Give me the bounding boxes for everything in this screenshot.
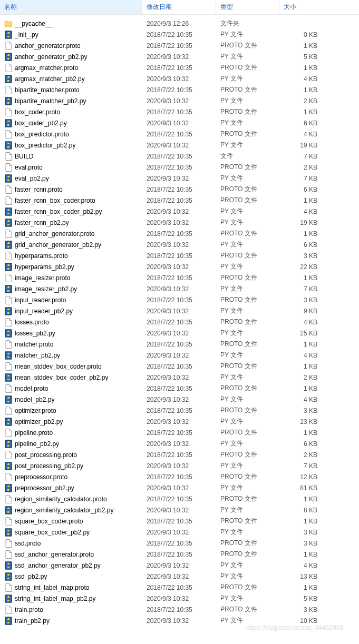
table-row[interactable]: eval.proto2018/7/22 10:35PROTO 文件2 KB xyxy=(0,162,359,173)
table-row[interactable]: losses_pb2.py2020/9/3 10:32PY 文件25 KB xyxy=(0,328,359,339)
file-name-cell[interactable]: faster_rcnn_box_coder_pb2.py xyxy=(0,207,142,216)
file-name-cell[interactable]: matcher_pb2.py xyxy=(0,351,142,360)
file-name-cell[interactable]: anchor_generator_pb2.py xyxy=(0,53,142,61)
table-row[interactable]: post_processing.proto2018/7/22 10:35PROT… xyxy=(0,449,359,460)
file-name-cell[interactable]: faster_rcnn.proto xyxy=(0,185,142,194)
table-row[interactable]: hyperparams_pb2.py2020/9/3 10:32PY 文件22 … xyxy=(0,261,359,272)
table-row[interactable]: hyperparams.proto2018/7/22 10:35PROTO 文件… xyxy=(0,250,359,261)
file-name-cell[interactable]: box_predictor.proto xyxy=(0,130,142,138)
table-row[interactable]: image_resizer_pb2.py2020/9/3 10:32PY 文件7… xyxy=(0,283,359,294)
column-header-type[interactable]: 类型 xyxy=(216,0,279,14)
table-row[interactable]: pipeline_pb2.py2020/9/3 10:32PY 文件6 KB xyxy=(0,438,359,449)
table-row[interactable]: ssd_anchor_generator_pb2.py2020/9/3 10:3… xyxy=(0,560,359,571)
table-row[interactable]: optimizer_pb2.py2020/9/3 10:32PY 文件23 KB xyxy=(0,416,359,427)
table-row[interactable]: region_similarity_calculator.proto2018/7… xyxy=(0,493,359,504)
table-row[interactable]: input_reader_pb2.py2020/9/3 10:32PY 文件9 … xyxy=(0,305,359,316)
file-name-cell[interactable]: argmax_matcher.proto xyxy=(0,64,142,72)
file-name-cell[interactable]: matcher.proto xyxy=(0,340,142,349)
file-name-cell[interactable]: string_int_label_map.proto xyxy=(0,583,142,592)
table-row[interactable]: faster_rcnn_box_coder.proto2018/7/22 10:… xyxy=(0,195,359,206)
file-name-cell[interactable]: model.proto xyxy=(0,384,142,393)
table-row[interactable]: grid_anchor_generator.proto2018/7/22 10:… xyxy=(0,228,359,239)
file-name-cell[interactable]: mean_stddev_box_coder_pb2.py xyxy=(0,373,142,382)
table-row[interactable]: string_int_label_map.proto2018/7/22 10:3… xyxy=(0,582,359,593)
file-name-cell[interactable]: region_similarity_calculator_pb2.py xyxy=(0,506,142,514)
file-name-cell[interactable]: argmax_matcher_pb2.py xyxy=(0,75,142,83)
file-name-cell[interactable]: region_similarity_calculator.proto xyxy=(0,495,142,503)
table-row[interactable]: ssd.proto2018/7/22 10:35PROTO 文件3 KB xyxy=(0,538,359,549)
file-name-cell[interactable]: ssd.proto xyxy=(0,539,142,548)
file-name-cell[interactable]: image_resizer_pb2.py xyxy=(0,285,142,293)
table-row[interactable]: eval_pb2.py2020/9/3 10:32PY 文件7 KB xyxy=(0,173,359,184)
table-row[interactable]: image_resizer.proto2018/7/22 10:35PROTO … xyxy=(0,272,359,283)
table-row[interactable]: optimizer.proto2018/7/22 10:35PROTO 文件3 … xyxy=(0,405,359,416)
file-name-cell[interactable]: eval_pb2.py xyxy=(0,174,142,183)
table-row[interactable]: __pycache__2020/9/3 12:26文件夹 xyxy=(0,18,359,29)
file-name-cell[interactable]: hyperparams_pb2.py xyxy=(0,263,142,271)
table-row[interactable]: faster_rcnn_pb2.py2020/9/3 10:32PY 文件19 … xyxy=(0,217,359,228)
file-name-cell[interactable]: mean_stddev_box_coder.proto xyxy=(0,362,142,371)
table-row[interactable]: matcher_pb2.py2020/9/3 10:32PY 文件4 KB xyxy=(0,350,359,361)
file-name-cell[interactable]: losses.proto xyxy=(0,318,142,326)
table-row[interactable]: ssd_anchor_generator.proto2018/7/22 10:3… xyxy=(0,549,359,560)
file-name-cell[interactable]: input_reader.proto xyxy=(0,296,142,304)
file-name-cell[interactable]: preprocessor_pb2.py xyxy=(0,484,142,492)
file-name-cell[interactable]: optimizer_pb2.py xyxy=(0,418,142,426)
file-name-cell[interactable]: hyperparams.proto xyxy=(0,252,142,260)
table-row[interactable]: losses.proto2018/7/22 10:35PROTO 文件4 KB xyxy=(0,316,359,328)
file-name-cell[interactable]: post_processing_pb2.py xyxy=(0,462,142,470)
column-header-size[interactable]: 大小 xyxy=(279,0,322,14)
table-row[interactable]: _init_.py2018/7/22 10:35PY 文件0 KB xyxy=(0,29,359,40)
column-header-date[interactable]: 修改日期 xyxy=(142,0,216,14)
table-row[interactable]: train.proto2018/7/22 10:35PROTO 文件3 KB xyxy=(0,604,359,615)
table-row[interactable]: box_coder_pb2.py2020/9/3 10:32PY 文件6 KB xyxy=(0,117,359,128)
file-name-cell[interactable]: anchor_generator.proto xyxy=(0,42,142,50)
table-row[interactable]: mean_stddev_box_coder.proto2018/7/22 10:… xyxy=(0,361,359,372)
file-name-cell[interactable]: grid_anchor_generator_pb2.py xyxy=(0,241,142,249)
table-row[interactable]: pipeline.proto2018/7/22 10:35PROTO 文件1 K… xyxy=(0,427,359,438)
table-row[interactable]: box_coder.proto2018/7/22 10:35PROTO 文件1 … xyxy=(0,106,359,117)
table-row[interactable]: box_predictor.proto2018/7/22 10:35PROTO … xyxy=(0,128,359,140)
table-row[interactable]: anchor_generator.proto2018/7/22 10:35PRO… xyxy=(0,40,359,51)
file-name-cell[interactable]: BUILD xyxy=(0,152,142,161)
table-row[interactable]: matcher.proto2018/7/22 10:35PROTO 文件1 KB xyxy=(0,339,359,350)
table-row[interactable]: BUILD2018/7/22 10:35文件7 KB xyxy=(0,151,359,162)
file-name-cell[interactable]: preprocessor.proto xyxy=(0,473,142,481)
table-row[interactable]: grid_anchor_generator_pb2.py2020/9/3 10:… xyxy=(0,239,359,250)
table-row[interactable]: square_box_coder.proto2018/7/22 10:35PRO… xyxy=(0,516,359,527)
table-row[interactable]: box_predictor_pb2.py2020/9/3 10:32PY 文件1… xyxy=(0,140,359,151)
file-name-cell[interactable]: input_reader_pb2.py xyxy=(0,307,142,315)
file-name-cell[interactable]: faster_rcnn_pb2.py xyxy=(0,219,142,227)
file-name-cell[interactable]: bipartite_matcher_pb2.py xyxy=(0,97,142,105)
table-row[interactable]: preprocessor.proto2018/7/22 10:35PROTO 文… xyxy=(0,471,359,482)
table-row[interactable]: bipartite_matcher.proto2018/7/22 10:35PR… xyxy=(0,84,359,95)
file-name-cell[interactable]: pipeline.proto xyxy=(0,429,142,437)
file-name-cell[interactable]: box_coder.proto xyxy=(0,108,142,116)
file-name-cell[interactable]: bipartite_matcher.proto xyxy=(0,86,142,94)
file-name-cell[interactable]: eval.proto xyxy=(0,163,142,172)
table-row[interactable]: bipartite_matcher_pb2.py2020/9/3 10:32PY… xyxy=(0,95,359,106)
table-row[interactable]: string_int_label_map_pb2.py2020/9/3 10:3… xyxy=(0,593,359,604)
column-header-name[interactable]: 名称 xyxy=(0,0,142,14)
file-name-cell[interactable]: losses_pb2.py xyxy=(0,329,142,338)
file-name-cell[interactable]: post_processing.proto xyxy=(0,451,142,459)
file-name-cell[interactable]: image_resizer.proto xyxy=(0,274,142,282)
file-name-cell[interactable]: box_coder_pb2.py xyxy=(0,119,142,127)
table-row[interactable]: mean_stddev_box_coder_pb2.py2020/9/3 10:… xyxy=(0,372,359,383)
file-name-cell[interactable]: _init_.py xyxy=(0,31,142,39)
table-row[interactable]: region_similarity_calculator_pb2.py2020/… xyxy=(0,504,359,516)
table-row[interactable]: post_processing_pb2.py2020/9/3 10:32PY 文… xyxy=(0,460,359,471)
table-row[interactable]: preprocessor_pb2.py2020/9/3 10:32PY 文件81… xyxy=(0,482,359,493)
table-row[interactable]: model_pb2.py2020/9/3 10:32PY 文件4 KB xyxy=(0,394,359,405)
file-name-cell[interactable]: faster_rcnn_box_coder.proto xyxy=(0,196,142,205)
table-row[interactable]: model.proto2018/7/22 10:35PROTO 文件1 KB xyxy=(0,383,359,394)
file-name-cell[interactable]: __pycache__ xyxy=(0,19,142,28)
table-row[interactable]: ssd_pb2.py2020/9/3 10:32PY 文件13 KB xyxy=(0,571,359,582)
file-name-cell[interactable]: train.proto xyxy=(0,606,142,614)
table-row[interactable]: faster_rcnn.proto2018/7/22 10:35PROTO 文件… xyxy=(0,184,359,195)
file-name-cell[interactable]: string_int_label_map_pb2.py xyxy=(0,595,142,603)
file-name-cell[interactable]: pipeline_pb2.py xyxy=(0,440,142,448)
table-row[interactable]: square_box_coder_pb2.py2020/9/3 10:32PY … xyxy=(0,527,359,538)
table-row[interactable]: anchor_generator_pb2.py2020/9/3 10:32PY … xyxy=(0,51,359,62)
table-row[interactable]: argmax_matcher_pb2.py2020/9/3 10:32PY 文件… xyxy=(0,73,359,84)
